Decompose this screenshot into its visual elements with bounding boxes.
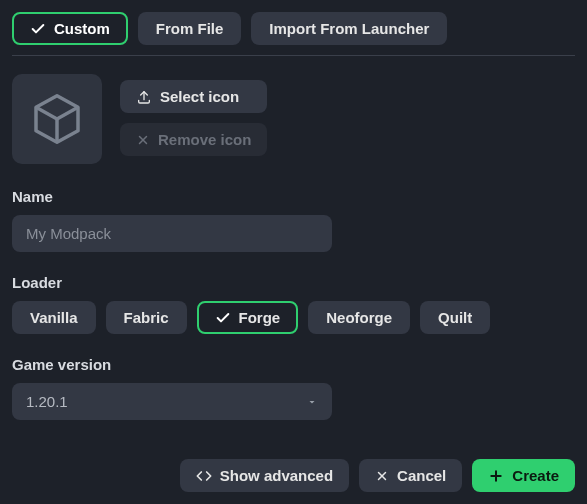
tab-label: From File: [156, 20, 224, 37]
button-label: Cancel: [397, 467, 446, 484]
icon-section: Select icon Remove icon: [12, 74, 575, 164]
footer-actions: Show advanced Cancel Create: [180, 459, 575, 492]
pill-label: Quilt: [438, 309, 472, 326]
pill-label: Neoforge: [326, 309, 392, 326]
tab-label: Import From Launcher: [269, 20, 429, 37]
name-label: Name: [12, 188, 575, 205]
check-icon: [215, 310, 231, 326]
icon-buttons: Select icon Remove icon: [120, 74, 267, 156]
button-label: Select icon: [160, 88, 239, 105]
close-icon: [375, 469, 389, 483]
icon-preview: [12, 74, 102, 164]
divider: [12, 55, 575, 56]
loader-label: Loader: [12, 274, 575, 291]
loader-neoforge[interactable]: Neoforge: [308, 301, 410, 334]
tab-custom[interactable]: Custom: [12, 12, 128, 45]
chevron-down-icon: [306, 396, 318, 408]
check-icon: [30, 21, 46, 37]
version-label: Game version: [12, 356, 575, 373]
cube-icon: [29, 91, 85, 147]
pill-label: Fabric: [124, 309, 169, 326]
loader-forge[interactable]: Forge: [197, 301, 299, 334]
loader-options: Vanilla Fabric Forge Neoforge Quilt: [12, 301, 575, 334]
button-label: Create: [512, 467, 559, 484]
version-value: 1.20.1: [26, 393, 68, 410]
loader-quilt[interactable]: Quilt: [420, 301, 490, 334]
pill-label: Vanilla: [30, 309, 78, 326]
version-select[interactable]: 1.20.1: [12, 383, 332, 420]
code-icon: [196, 468, 212, 484]
name-input[interactable]: [12, 215, 332, 252]
tab-from-file[interactable]: From File: [138, 12, 242, 45]
source-tabs: Custom From File Import From Launcher: [12, 12, 575, 45]
name-section: Name: [12, 188, 575, 252]
version-section: Game version 1.20.1: [12, 356, 575, 420]
loader-section: Loader Vanilla Fabric Forge Neoforge Qui…: [12, 274, 575, 334]
pill-label: Forge: [239, 309, 281, 326]
cancel-button[interactable]: Cancel: [359, 459, 462, 492]
close-icon: [136, 133, 150, 147]
tab-label: Custom: [54, 20, 110, 37]
show-advanced-button[interactable]: Show advanced: [180, 459, 349, 492]
create-button[interactable]: Create: [472, 459, 575, 492]
upload-icon: [136, 89, 152, 105]
loader-vanilla[interactable]: Vanilla: [12, 301, 96, 334]
button-label: Show advanced: [220, 467, 333, 484]
remove-icon-button: Remove icon: [120, 123, 267, 156]
button-label: Remove icon: [158, 131, 251, 148]
tab-import-launcher[interactable]: Import From Launcher: [251, 12, 447, 45]
select-icon-button[interactable]: Select icon: [120, 80, 267, 113]
plus-icon: [488, 468, 504, 484]
loader-fabric[interactable]: Fabric: [106, 301, 187, 334]
